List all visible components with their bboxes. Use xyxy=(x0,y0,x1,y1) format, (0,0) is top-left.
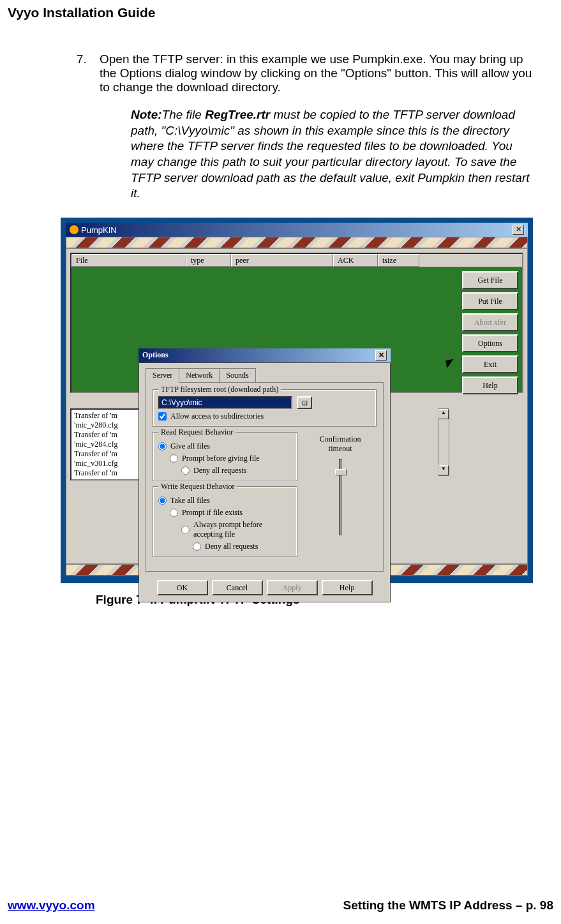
pumpkin-title: PumpKIN xyxy=(81,225,117,235)
tftp-root-group: TFTP filesystem root (download path) ⊡ A… xyxy=(153,389,377,427)
write-group-label: Write Request Behavior xyxy=(158,482,237,491)
note-post: must be copied to the TFTP server downlo… xyxy=(131,108,530,200)
note-block: Note:The file RegTree.rtr must be copied… xyxy=(77,107,535,202)
page-footer: www.vyyo.com Setting the WMTS IP Address… xyxy=(8,898,553,913)
pumpkin-titlebar[interactable]: PumpKIN ✕ xyxy=(66,223,528,237)
tftp-root-label: TFTP filesystem root (download path) xyxy=(158,385,281,394)
confirm-label2: timeout xyxy=(304,444,377,454)
read-give-all-label: Give all files xyxy=(170,442,210,451)
options-title: Options xyxy=(142,350,168,361)
allow-subdir-checkbox[interactable] xyxy=(158,412,167,421)
col-file[interactable]: File xyxy=(71,254,186,267)
screenshot-figure: PumpKIN ✕ File type peer ACK tsize Get F… xyxy=(61,218,533,583)
tab-sounds[interactable]: Sounds xyxy=(219,368,255,383)
write-always-prompt-radio[interactable] xyxy=(181,526,190,534)
side-buttons: Get File Put File Abort xfer Options Exi… xyxy=(462,271,518,394)
write-prompt-exists-radio[interactable] xyxy=(170,509,178,517)
exit-button[interactable]: Exit xyxy=(462,355,518,373)
put-file-button[interactable]: Put File xyxy=(462,292,518,310)
content: 7. Open the TFTP server: in this example… xyxy=(0,20,561,202)
write-take-all-label: Take all files xyxy=(170,496,210,505)
tabs: Server Network Sounds xyxy=(146,368,384,383)
write-always-prompt-label: Always prompt before accepting file xyxy=(193,520,292,539)
write-request-group: Write Request Behavior Take all files Pr… xyxy=(153,486,297,557)
apply-button: Apply xyxy=(267,580,318,595)
page-header: Vyyo Installation Guide xyxy=(0,0,561,20)
note-pre: The file xyxy=(162,108,206,121)
write-prompt-exists-label: Prompt if file exists xyxy=(182,508,243,518)
footer-url[interactable]: www.vyyo.com xyxy=(8,898,95,913)
log-scrollbar[interactable]: ▲ ▼ xyxy=(438,408,449,476)
col-ack[interactable]: ACK xyxy=(333,254,378,267)
note-filename: RegTree.rtr xyxy=(205,108,270,121)
write-take-all-radio[interactable] xyxy=(158,496,167,505)
dialog-buttons: OK Cancel Apply Help xyxy=(146,580,384,595)
get-file-button[interactable]: Get File xyxy=(462,271,518,289)
options-dialog: Options ✕ Server Network Sounds TFTP fil… xyxy=(138,348,391,602)
read-give-all-radio[interactable] xyxy=(158,442,167,451)
allow-subdir-label: Allow access to subdirectories xyxy=(170,412,264,421)
write-deny-label: Deny all requests xyxy=(205,542,258,551)
confirmation-timeout: Confirmation timeout xyxy=(304,432,377,562)
col-peer[interactable]: peer xyxy=(231,254,333,267)
confirm-label1: Confirmation xyxy=(304,435,377,444)
read-prompt-label: Prompt before giving file xyxy=(182,454,260,463)
tab-panel-server: TFTP filesystem root (download path) ⊡ A… xyxy=(146,382,384,572)
cancel-button[interactable]: Cancel xyxy=(212,580,263,595)
read-request-group: Read Request Behavior Give all files Pro… xyxy=(153,432,297,481)
tab-network[interactable]: Network xyxy=(179,368,220,383)
help-dialog-button[interactable]: Help xyxy=(322,580,373,595)
col-tsize[interactable]: tsize xyxy=(378,254,419,267)
slider-thumb[interactable] xyxy=(335,469,347,475)
read-deny-radio[interactable] xyxy=(181,466,190,475)
read-prompt-radio[interactable] xyxy=(170,454,178,463)
read-deny-label: Deny all requests xyxy=(193,466,246,475)
step-7: 7. Open the TFTP server: in this example… xyxy=(77,52,535,94)
options-body: Server Network Sounds TFTP filesystem ro… xyxy=(138,362,391,602)
step-text: Open the TFTP server: in this example we… xyxy=(100,52,535,94)
options-titlebar[interactable]: Options ✕ xyxy=(138,348,391,362)
scroll-up-icon[interactable]: ▲ xyxy=(438,409,449,419)
options-button[interactable]: Options xyxy=(462,334,518,352)
close-icon[interactable]: ✕ xyxy=(512,225,524,235)
read-group-label: Read Request Behavior xyxy=(158,428,236,437)
browse-button[interactable]: ⊡ xyxy=(297,396,312,409)
step-number: 7. xyxy=(77,52,92,94)
ok-button[interactable]: OK xyxy=(157,580,208,595)
list-header: File type peer ACK tsize xyxy=(71,254,522,267)
close-icon[interactable]: ✕ xyxy=(375,350,387,361)
help-button[interactable]: Help xyxy=(462,376,518,394)
abort-xfer-button: Abort xfer xyxy=(462,313,518,331)
timeout-slider[interactable] xyxy=(339,459,342,535)
note-label: Note: xyxy=(131,108,162,121)
download-path-input[interactable] xyxy=(158,396,292,409)
scroll-down-icon[interactable]: ▼ xyxy=(438,465,449,475)
tab-server[interactable]: Server xyxy=(146,368,179,383)
col-type[interactable]: type xyxy=(186,254,231,267)
decorative-strip-top xyxy=(66,237,528,248)
footer-section: Setting the WMTS IP Address – p. 98 xyxy=(343,898,553,913)
write-deny-radio[interactable] xyxy=(193,542,201,551)
pumpkin-icon xyxy=(70,225,79,234)
